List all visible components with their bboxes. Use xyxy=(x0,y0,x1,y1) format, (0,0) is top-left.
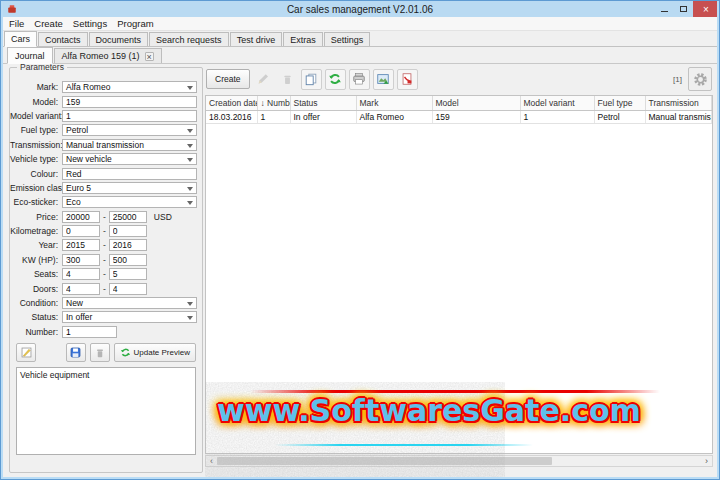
field-row-model-variant: Model variant: xyxy=(10,109,202,123)
menu-program[interactable]: Program xyxy=(112,18,158,29)
pencil-icon xyxy=(256,72,270,86)
export-image-button[interactable] xyxy=(373,69,394,90)
vehicle-type-select[interactable]: New vehicle xyxy=(62,153,197,165)
title-bar: Car sales management V2.01.06 × xyxy=(1,1,719,17)
chevron-down-icon xyxy=(187,201,193,205)
tab-search-requests[interactable]: Search requests xyxy=(149,32,229,46)
col-model[interactable]: Model xyxy=(432,96,520,111)
chevron-down-icon xyxy=(187,158,193,162)
kw-from-input[interactable] xyxy=(62,254,100,266)
delete-row-button[interactable] xyxy=(277,69,298,90)
printer-icon xyxy=(352,72,366,86)
field-row-kw-hp: KW (HP): - xyxy=(10,253,202,267)
mark-label: Mark: xyxy=(10,82,62,92)
model-variant-input[interactable] xyxy=(62,110,197,122)
status-select[interactable]: In offer xyxy=(62,311,197,323)
tab-test-drive[interactable]: Test drive xyxy=(230,32,283,46)
scroll-right-icon[interactable]: › xyxy=(701,456,712,466)
refresh-icon xyxy=(120,347,131,358)
field-row-vehicle-type: Vehicle type: New vehicle xyxy=(10,152,202,166)
col-model-variant[interactable]: Model variant xyxy=(520,96,594,111)
condition-select[interactable]: New xyxy=(62,297,197,309)
emission-class-select[interactable]: Euro 5 xyxy=(62,182,197,194)
field-row-model: Model: xyxy=(10,94,202,108)
refresh-button[interactable] xyxy=(325,69,346,90)
save-button[interactable] xyxy=(66,343,86,362)
scrollbar-thumb[interactable] xyxy=(217,457,552,465)
scroll-left-icon[interactable]: ‹ xyxy=(206,456,217,466)
number-label: Number: xyxy=(10,327,62,337)
col-status[interactable]: Status xyxy=(290,96,356,111)
col-creation-date[interactable]: Creation date xyxy=(206,96,257,111)
transmission-select[interactable]: Manual transmission xyxy=(62,139,197,151)
eco-sticker-select[interactable]: Eco xyxy=(62,196,197,208)
groupbox-legend: Parameters xyxy=(17,64,67,72)
doors-from-input[interactable] xyxy=(62,283,100,295)
field-row-status: Status: In offer xyxy=(10,310,202,324)
menu-file[interactable]: File xyxy=(4,18,29,29)
vehicle-equipment-box[interactable]: Vehicle equipment xyxy=(16,367,196,455)
table-header-row: Creation date ↓ Number Status Mark Model… xyxy=(206,96,712,111)
field-row-doors: Doors: - xyxy=(10,281,202,295)
print-button[interactable] xyxy=(349,69,370,90)
pdf-icon xyxy=(400,72,414,86)
field-row-price: Price: - USD xyxy=(10,210,202,224)
col-transmission[interactable]: Transmission xyxy=(645,96,712,111)
kilometrage-from-input[interactable] xyxy=(62,225,100,237)
year-to-input[interactable] xyxy=(109,239,147,251)
number-input[interactable] xyxy=(62,326,117,338)
mark-select[interactable]: Alfa Romeo xyxy=(62,81,197,93)
export-pdf-button[interactable] xyxy=(397,69,418,90)
maximize-button[interactable] xyxy=(674,1,693,17)
update-preview-button[interactable]: Update Preview xyxy=(114,343,196,362)
copy-button[interactable] xyxy=(301,69,322,90)
tab-documents[interactable]: Documents xyxy=(89,32,149,46)
app-window: Car sales management V2.01.06 × File Cre… xyxy=(0,0,720,480)
table-settings-button[interactable] xyxy=(688,67,712,91)
menu-settings[interactable]: Settings xyxy=(68,18,112,29)
copy-icon xyxy=(304,72,318,86)
condition-label: Condition: xyxy=(10,298,62,308)
create-button[interactable]: Create xyxy=(206,69,250,89)
menu-create[interactable]: Create xyxy=(29,18,68,29)
edit-button[interactable] xyxy=(253,69,274,90)
price-from-input[interactable] xyxy=(62,211,100,223)
subtab-alfa-romeo[interactable]: Alfa Romeo 159 (1) × xyxy=(54,48,162,63)
field-row-condition: Condition: New xyxy=(10,296,202,310)
tab-cars[interactable]: Cars xyxy=(4,31,37,47)
col-fuel-type[interactable]: Fuel type xyxy=(594,96,645,111)
horizontal-scrollbar[interactable]: ‹ › xyxy=(205,455,713,467)
record-count-label: [1] xyxy=(673,75,682,84)
colour-input[interactable] xyxy=(62,168,197,180)
minimize-button[interactable] xyxy=(655,1,674,17)
fuel-type-select[interactable]: Petrol xyxy=(62,124,197,136)
seats-to-input[interactable] xyxy=(109,268,147,280)
chevron-down-icon xyxy=(187,302,193,306)
table-row[interactable]: 18.03.2016 1 In offer Alfa Romeo 159 1 P… xyxy=(206,111,712,124)
tab-extras[interactable]: Extras xyxy=(283,32,323,46)
seats-label: Seats: xyxy=(10,269,62,279)
doors-to-input[interactable] xyxy=(109,283,147,295)
price-label: Price: xyxy=(10,212,62,222)
field-row-eco-sticker: Eco-sticker: Eco xyxy=(10,195,202,209)
close-tab-icon[interactable]: × xyxy=(145,52,154,61)
currency-label: USD xyxy=(154,212,172,222)
chevron-down-icon xyxy=(187,86,193,90)
kw-to-input[interactable] xyxy=(109,254,147,266)
model-input[interactable] xyxy=(62,96,197,108)
subtab-journal[interactable]: Journal xyxy=(7,47,53,64)
kilometrage-to-input[interactable] xyxy=(109,225,147,237)
tab-settings[interactable]: Settings xyxy=(324,32,371,46)
close-button[interactable]: × xyxy=(693,1,719,17)
col-mark[interactable]: Mark xyxy=(356,96,432,111)
subtab-label: Alfa Romeo 159 (1) xyxy=(62,51,140,61)
price-to-input[interactable] xyxy=(109,211,147,223)
tab-contacts[interactable]: Contacts xyxy=(38,32,88,46)
field-row-kilometrage: Kilometrage: - xyxy=(10,224,202,238)
note-edit-button[interactable] xyxy=(16,343,36,362)
vehicle-equipment-title: Vehicle equipment xyxy=(20,370,89,380)
col-number[interactable]: ↓ Number xyxy=(257,96,290,111)
year-from-input[interactable] xyxy=(62,239,100,251)
delete-button[interactable] xyxy=(90,343,110,362)
seats-from-input[interactable] xyxy=(62,268,100,280)
